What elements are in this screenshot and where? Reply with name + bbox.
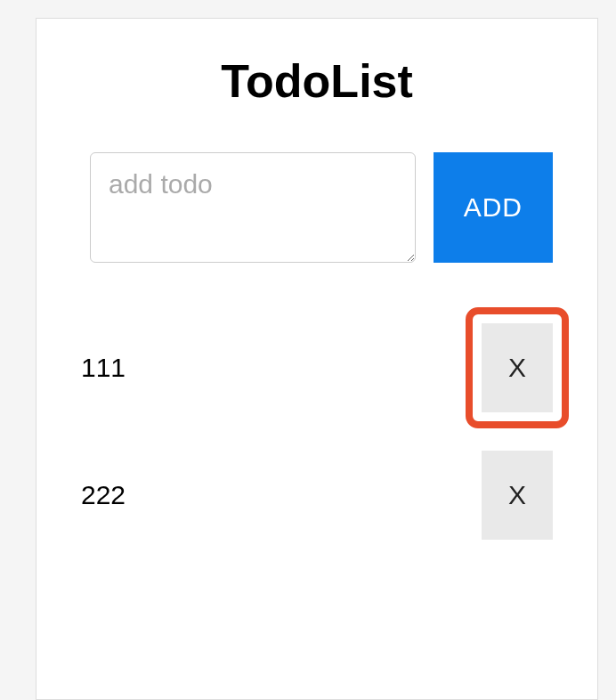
highlight-box: X: [466, 307, 569, 428]
todo-list: 111 X 222 X: [81, 307, 553, 540]
input-row: ADD: [81, 152, 553, 263]
todo-item: 111 X: [81, 307, 553, 428]
todo-item: 222 X: [81, 451, 553, 540]
add-button[interactable]: ADD: [434, 152, 553, 263]
app-container: TodoList ADD 111 X 222 X: [36, 18, 598, 700]
delete-button[interactable]: X: [482, 323, 553, 412]
todo-input[interactable]: [90, 152, 416, 263]
page-title: TodoList: [81, 54, 553, 108]
todo-text: 111: [81, 353, 126, 383]
delete-button[interactable]: X: [482, 451, 553, 540]
todo-text: 222: [81, 480, 126, 510]
